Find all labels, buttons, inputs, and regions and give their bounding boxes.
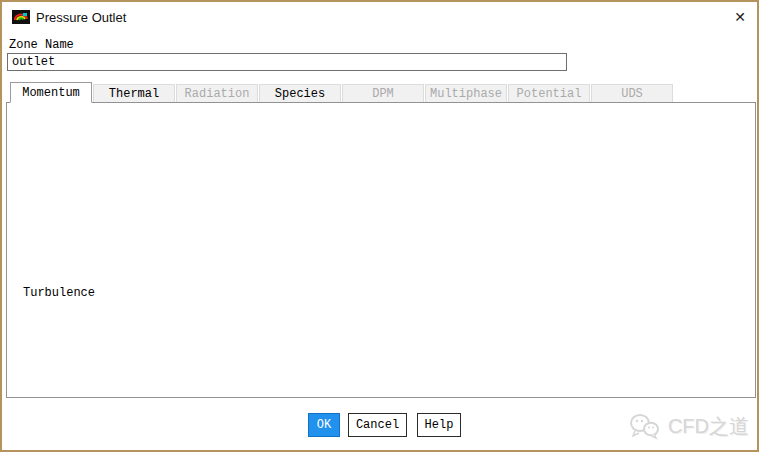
tab-thermal[interactable]: Thermal (93, 84, 175, 103)
ok-button[interactable]: OK (308, 413, 340, 437)
tab-dpm: DPM (342, 84, 424, 103)
tab-momentum[interactable]: Momentum (10, 82, 92, 103)
momentum-panel (6, 102, 756, 398)
tab-multiphase: Multiphase (425, 84, 507, 103)
pressure-outlet-dialog: Pressure Outlet ✕ Zone Name MomentumTher… (0, 0, 759, 452)
cfd-logo-icon (627, 412, 663, 440)
zone-name-label: Zone Name (9, 38, 74, 52)
cancel-button[interactable]: Cancel (348, 413, 407, 437)
tab-radiation: Radiation (176, 84, 258, 103)
title-bar: Pressure Outlet ✕ (2, 2, 757, 32)
window-title: Pressure Outlet (36, 10, 126, 25)
close-icon[interactable]: ✕ (731, 8, 749, 26)
fluent-app-icon (12, 10, 30, 24)
zone-name-input[interactable] (7, 53, 567, 71)
turbulence-group-title: Turbulence (18, 286, 100, 300)
tab-uds: UDS (591, 84, 673, 103)
tab-species[interactable]: Species (259, 84, 341, 103)
watermark-text: CFD之道 (668, 413, 749, 440)
tab-potential: Potential (508, 84, 590, 103)
tab-bar: MomentumThermalRadiationSpeciesDPMMultip… (10, 82, 674, 103)
help-button[interactable]: Help (417, 413, 461, 437)
watermark: CFD之道 (627, 412, 749, 440)
